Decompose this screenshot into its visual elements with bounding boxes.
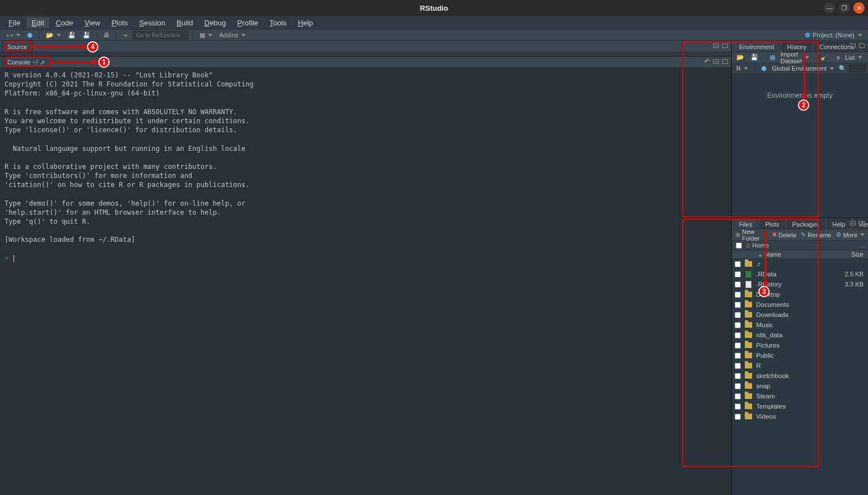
new-project-button[interactable]: ⬣ — [25, 31, 35, 40]
files-tab-packages[interactable]: Packages — [787, 219, 825, 229]
menu-edit[interactable]: Edit — [27, 18, 49, 28]
file-name[interactable]: .RData — [756, 271, 839, 277]
menu-code[interactable]: Code — [50, 18, 78, 28]
file-name[interactable]: snap — [756, 383, 839, 389]
save-button[interactable]: 💾 — [66, 31, 78, 40]
env-search-input[interactable] — [849, 64, 866, 72]
project-selector[interactable]: ⬢ Project: (None) — [805, 31, 866, 39]
new-file-button[interactable]: ＋▪ — [2, 31, 23, 40]
file-name[interactable]: Downloads — [756, 311, 839, 318]
env-r-button[interactable]: R — [734, 64, 750, 72]
files-tab-files[interactable]: Files — [734, 219, 758, 229]
file-name[interactable]: Templates — [756, 403, 839, 410]
file-name[interactable]: .Rhistory — [756, 281, 839, 288]
open-file-button[interactable]: 📂 — [44, 31, 63, 40]
file-name[interactable]: R — [756, 362, 839, 369]
files-tab-plots[interactable]: Plots — [760, 219, 784, 229]
env-minimize-icon[interactable] — [849, 42, 857, 50]
file-checkbox[interactable] — [735, 342, 741, 349]
env-clear-button[interactable]: 🧹 — [818, 53, 831, 62]
close-button[interactable]: ✕ — [853, 2, 865, 14]
save-all-button[interactable]: 💾 — [80, 31, 93, 40]
file-name[interactable]: nltk_data — [756, 332, 839, 338]
menu-file[interactable]: File — [3, 18, 25, 28]
file-checkbox[interactable] — [735, 292, 741, 298]
folder-icon — [744, 412, 753, 420]
menu-view[interactable]: View — [79, 18, 105, 28]
folder-icon — [744, 321, 753, 329]
maximize-button[interactable]: ❐ — [839, 2, 850, 14]
delete-button[interactable]: ✖Delete — [770, 231, 799, 239]
file-row: Templates — [732, 401, 868, 411]
source-tab-label: Source — [7, 44, 27, 50]
file-checkbox[interactable] — [735, 261, 741, 267]
file-name[interactable]: sketchbook — [756, 372, 839, 379]
file-checkbox[interactable] — [735, 353, 741, 359]
env-scope-button[interactable]: ⬢ Global Environment — [759, 64, 836, 73]
import-dataset-button[interactable]: ▦ Import Dataset — [767, 50, 811, 65]
env-save-button[interactable]: 💾 — [748, 53, 761, 62]
file-name[interactable]: .r — [756, 260, 839, 267]
more-button[interactable]: ⚙More — [834, 231, 867, 239]
col-size-label[interactable]: Size — [852, 251, 863, 258]
console-tab[interactable]: Console ~/ ⇗ — [2, 57, 50, 67]
env-list-button[interactable]: ≡ List — [834, 54, 865, 62]
menu-session[interactable]: Session — [134, 18, 170, 28]
file-name[interactable]: Documents — [756, 301, 839, 308]
file-name[interactable]: Videos — [756, 413, 839, 420]
env-load-button[interactable]: 📂 — [734, 53, 747, 62]
select-all-checkbox[interactable] — [736, 242, 742, 249]
rename-button[interactable]: ✎Rename — [798, 231, 834, 239]
file-name[interactable]: Steam — [756, 393, 839, 400]
source-tab[interactable]: Source — [2, 41, 33, 51]
print-button[interactable]: 🖶 — [101, 31, 112, 39]
file-name[interactable]: Pictures — [756, 342, 839, 349]
file-name[interactable]: Music — [756, 322, 839, 328]
minimize-button[interactable]: — — [824, 2, 835, 14]
file-name[interactable]: Desktop — [756, 291, 839, 298]
file-checkbox[interactable] — [735, 281, 741, 288]
source-maximize-icon[interactable] — [721, 42, 729, 50]
console-body[interactable]: R version 4.0.4 (2021-02-15) -- "Lost Li… — [0, 67, 731, 495]
env-maximize-icon[interactable] — [858, 42, 866, 50]
console-popout-icon[interactable]: ⇗ — [40, 59, 45, 66]
files-more-path-icon[interactable]: … — [860, 242, 866, 249]
folder-icon — [744, 362, 753, 370]
file-checkbox[interactable] — [735, 312, 741, 318]
files-minimize-icon[interactable] — [849, 219, 857, 227]
file-checkbox[interactable] — [735, 332, 741, 338]
folder-icon — [744, 260, 753, 268]
env-tab-history[interactable]: History — [782, 41, 812, 51]
file-name[interactable]: Public — [756, 352, 839, 359]
menu-tools[interactable]: Tools — [264, 18, 292, 28]
breadcrumb-home[interactable]: Home — [752, 242, 769, 249]
file-checkbox[interactable] — [735, 363, 741, 369]
file-checkbox[interactable] — [735, 393, 741, 400]
file-checkbox[interactable] — [735, 271, 741, 277]
file-checkbox[interactable] — [735, 302, 741, 308]
menu-plots[interactable]: Plots — [106, 18, 133, 28]
files-maximize-icon[interactable] — [858, 219, 866, 227]
file-checkbox[interactable] — [735, 414, 741, 420]
files-tab-help[interactable]: Help — [827, 219, 851, 229]
home-icon[interactable]: ⌂ — [746, 241, 750, 249]
menu-help[interactable]: Help — [293, 18, 318, 28]
console-clear-icon[interactable]: ↶ — [703, 58, 711, 66]
goto-file-input[interactable] — [132, 31, 189, 40]
console-minimize-icon[interactable] — [712, 58, 720, 66]
menu-debug[interactable]: Debug — [199, 18, 231, 28]
console-maximize-icon[interactable] — [721, 58, 729, 66]
env-tabs: EnvironmentHistoryConnectionsTu — [732, 41, 868, 52]
file-checkbox[interactable] — [735, 403, 741, 410]
col-name-label[interactable]: Name — [765, 251, 781, 258]
source-minimize-icon[interactable] — [712, 42, 720, 50]
menu-profile[interactable]: Profile — [232, 18, 263, 28]
env-tab-environment[interactable]: Environment — [734, 41, 780, 51]
menu-build[interactable]: Build — [172, 18, 198, 28]
file-checkbox[interactable] — [735, 322, 741, 328]
file-checkbox[interactable] — [735, 383, 741, 389]
grid-button[interactable]: ▦ — [197, 31, 215, 40]
new-folder-button[interactable]: ⊕New Folder — [733, 228, 770, 242]
file-checkbox[interactable] — [735, 373, 741, 379]
addins-button[interactable]: Addins — [217, 31, 248, 39]
